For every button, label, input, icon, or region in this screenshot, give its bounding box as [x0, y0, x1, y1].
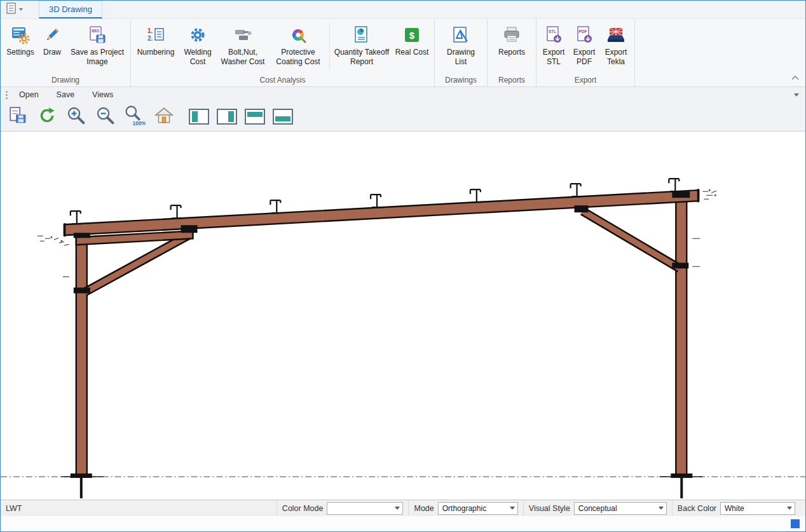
toolbar-menu-row: Open Save Views — [1, 87, 805, 102]
ribbon-group-buttons: Reports — [489, 20, 534, 75]
quick-access-menu-button[interactable] — [1, 1, 29, 18]
tab-label: 3D Drawing — [49, 4, 92, 14]
zoom-in-button[interactable] — [63, 104, 90, 130]
view-top-button[interactable] — [245, 109, 265, 125]
ribbon-group-buttons: Drawing List — [437, 20, 485, 75]
back-color-field: Back Color White — [672, 500, 800, 516]
view-right-fill-icon — [228, 111, 234, 122]
drawing-canvas[interactable] — [1, 132, 805, 500]
chevron-down-icon — [656, 503, 666, 514]
quantity-takeoff-report-button[interactable]: Quantity Takeoff Report — [332, 20, 392, 75]
button-label: Settings — [6, 48, 34, 57]
menu-label: Save — [57, 90, 75, 99]
back-color-label: Back Color — [678, 504, 716, 513]
button-label: Bolt,Nut, Washer Cost — [217, 48, 269, 66]
zoom-100-icon: 100% — [124, 105, 146, 129]
view-left-button[interactable] — [189, 109, 209, 125]
button-label: Protective Coating Cost — [269, 48, 327, 66]
menu-label: Views — [92, 90, 113, 99]
view-bottom-fill-icon — [275, 116, 290, 121]
tekla-icon — [606, 24, 625, 46]
zoom-out-button[interactable] — [92, 104, 119, 130]
coating-palette-icon — [289, 24, 308, 46]
reports-button[interactable]: Reports — [489, 20, 534, 75]
printer-icon — [502, 24, 521, 46]
save-as-project-image-button[interactable]: IMG Save as Project Image — [66, 20, 128, 75]
color-mode-select[interactable] — [327, 502, 403, 515]
button-label: Drawing List — [444, 48, 477, 66]
view-bottom-button[interactable] — [273, 109, 293, 125]
chevron-down-icon — [392, 503, 402, 514]
zoom-out-icon — [95, 106, 116, 128]
back-color-value: White — [725, 504, 744, 513]
ribbon-group-label: Cost Analysis — [133, 75, 432, 86]
settings-button[interactable]: Settings — [3, 20, 38, 75]
svg-text:PDF: PDF — [579, 29, 587, 34]
document-menu-icon — [6, 3, 17, 17]
ribbon-group-buttons: 1. 2. Numbering — [133, 20, 432, 75]
tab-3d-drawing[interactable]: 3D Drawing — [39, 1, 102, 18]
export-stl-button[interactable]: STL Export STL — [538, 20, 569, 75]
export-tekla-button[interactable]: Export Tekla — [599, 20, 632, 75]
view-top-fill-icon — [247, 112, 263, 117]
ribbon-collapse-chevron-icon[interactable] — [790, 71, 800, 83]
save-open-project-button[interactable] — [4, 104, 31, 130]
export-pdf-button[interactable]: PDF Export PDF — [569, 20, 599, 75]
mode-select[interactable]: Orthographic — [438, 502, 518, 515]
refresh-icon — [38, 106, 57, 128]
visual-style-field: Visual Style Conceptual — [523, 500, 672, 516]
export-stl-icon: STL — [544, 24, 563, 46]
button-label: Numbering — [137, 48, 175, 57]
ribbon-group-label: Drawings — [437, 75, 485, 86]
ribbon-group-label: Drawing — [3, 75, 128, 86]
bolt-nut-icon — [233, 24, 252, 46]
welding-gear-icon — [188, 24, 207, 46]
zoom-100-button[interactable]: 100% — [121, 104, 148, 130]
ribbon-group-drawing: Settings Draw IMG — [1, 19, 131, 86]
numbering-button[interactable]: 1. 2. Numbering — [133, 20, 179, 75]
structure-drawing-svg — [1, 132, 805, 500]
ribbon-group-cost-analysis: 1. 2. Numbering — [131, 19, 435, 86]
svg-text:1.: 1. — [147, 27, 153, 34]
ribbon-group-buttons: STL Export STL PDF Export PDF — [538, 20, 632, 75]
drawing-list-button[interactable]: Drawing List — [437, 20, 485, 75]
menu-save[interactable]: Save — [48, 87, 84, 102]
tab-bar: 3D Drawing — [1, 1, 805, 19]
ribbon: Settings Draw IMG — [1, 19, 805, 87]
button-label: Draw — [43, 48, 61, 57]
view-left-fill-icon — [192, 111, 198, 122]
numbering-icon: 1. 2. — [146, 24, 165, 46]
protective-coating-cost-button[interactable]: Protective Coating Cost — [269, 20, 327, 75]
welding-cost-button[interactable]: Welding Cost — [179, 20, 217, 75]
toolbar-options-chevron-icon[interactable] — [794, 93, 799, 97]
home-view-button[interactable] — [151, 104, 177, 130]
button-label: Reports — [498, 48, 525, 57]
button-label: Export STL — [538, 48, 569, 66]
button-label: Export PDF — [569, 48, 599, 66]
mode-value: Orthographic — [442, 504, 486, 513]
real-cost-button[interactable]: $ Real Cost — [392, 20, 432, 75]
view-toolbar: Open Save Views — [1, 87, 805, 132]
view-direction-group — [189, 109, 293, 125]
ribbon-group-export: STL Export STL PDF Export PDF — [536, 19, 635, 86]
right-column[interactable] — [676, 198, 686, 477]
toolbar-grip-icon[interactable] — [6, 91, 8, 99]
svg-text:IMG: IMG — [92, 29, 99, 33]
visual-style-select[interactable]: Conceptual — [574, 502, 667, 515]
ribbon-group-label: Reports — [489, 75, 534, 86]
draw-button[interactable]: Draw — [38, 20, 66, 75]
button-label: Real Cost — [395, 48, 429, 57]
refresh-view-button[interactable] — [34, 104, 60, 130]
menu-open[interactable]: Open — [10, 87, 48, 102]
back-color-select[interactable]: White — [720, 502, 795, 515]
right-brace[interactable] — [583, 211, 680, 268]
color-mode-label: Color Mode — [282, 504, 324, 513]
bolt-nut-washer-cost-button[interactable]: Bolt,Nut, Washer Cost — [217, 20, 269, 75]
ribbon-group-buttons: Settings Draw IMG — [3, 20, 128, 75]
chevron-down-icon — [507, 503, 517, 514]
menu-views[interactable]: Views — [83, 87, 122, 102]
left-column[interactable] — [76, 237, 87, 477]
bottom-right-blue-square[interactable] — [791, 519, 800, 528]
view-right-button[interactable] — [217, 109, 237, 125]
svg-text:100%: 100% — [133, 119, 146, 126]
